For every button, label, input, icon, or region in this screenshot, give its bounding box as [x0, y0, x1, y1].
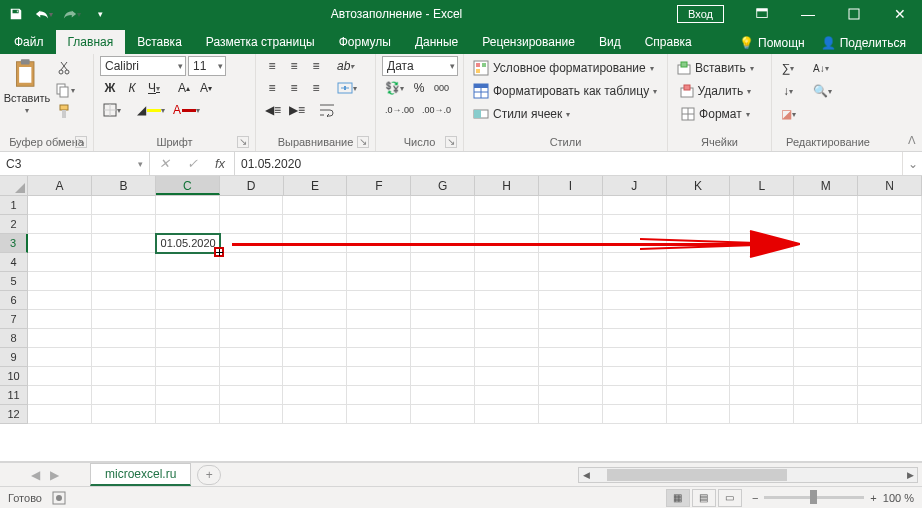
- horizontal-scrollbar[interactable]: ◀ ▶: [578, 467, 918, 483]
- cell-G8[interactable]: [411, 329, 475, 348]
- cell-A6[interactable]: [28, 291, 92, 310]
- cell-H6[interactable]: [475, 291, 539, 310]
- cell-D6[interactable]: [220, 291, 284, 310]
- col-header-B[interactable]: B: [92, 176, 156, 195]
- cell-I11[interactable]: [539, 386, 603, 405]
- cell-M12[interactable]: [794, 405, 858, 424]
- increase-indent-button[interactable]: ▶≡: [286, 100, 308, 120]
- delete-cells-button[interactable]: Удалить: [674, 81, 757, 101]
- bold-button[interactable]: Ж: [100, 78, 120, 98]
- col-header-D[interactable]: D: [220, 176, 284, 195]
- decrease-decimal-button[interactable]: .00→.0: [419, 100, 454, 120]
- align-left-button[interactable]: ≡: [262, 78, 282, 98]
- cell-H1[interactable]: [475, 196, 539, 215]
- cell-C2[interactable]: [156, 215, 220, 234]
- row-header-9[interactable]: 9: [0, 348, 28, 367]
- redo-button[interactable]: [60, 2, 84, 26]
- cell-N7[interactable]: [858, 310, 922, 329]
- save-icon[interactable]: [4, 2, 28, 26]
- cell-D1[interactable]: [220, 196, 284, 215]
- cell-I12[interactable]: [539, 405, 603, 424]
- enter-formula-button[interactable]: ✓: [178, 156, 206, 171]
- cut-button[interactable]: [52, 58, 78, 78]
- cell-F5[interactable]: [347, 272, 411, 291]
- login-button[interactable]: Вход: [677, 5, 724, 23]
- cell-M2[interactable]: [794, 215, 858, 234]
- cell-G12[interactable]: [411, 405, 475, 424]
- row-header-3[interactable]: 3: [0, 234, 28, 253]
- cell-B6[interactable]: [92, 291, 156, 310]
- cell-I2[interactable]: [539, 215, 603, 234]
- cell-G4[interactable]: [411, 253, 475, 272]
- underline-button[interactable]: Ч: [144, 78, 164, 98]
- cell-A5[interactable]: [28, 272, 92, 291]
- cell-E8[interactable]: [283, 329, 347, 348]
- collapse-ribbon-button[interactable]: ᐱ: [908, 134, 916, 147]
- copy-button[interactable]: [52, 80, 78, 100]
- cell-J9[interactable]: [603, 348, 667, 367]
- cell-A12[interactable]: [28, 405, 92, 424]
- format-as-table-button[interactable]: Форматировать как таблицу: [470, 81, 660, 101]
- cell-B5[interactable]: [92, 272, 156, 291]
- clipboard-launcher[interactable]: ↘: [75, 136, 87, 148]
- currency-button[interactable]: 💱: [382, 78, 407, 98]
- cell-J7[interactable]: [603, 310, 667, 329]
- cell-G5[interactable]: [411, 272, 475, 291]
- tab-data[interactable]: Данные: [403, 30, 470, 54]
- autosum-button[interactable]: ∑: [778, 58, 798, 78]
- merge-button[interactable]: [334, 78, 360, 98]
- align-center-button[interactable]: ≡: [284, 78, 304, 98]
- cell-E10[interactable]: [283, 367, 347, 386]
- formula-bar[interactable]: 01.05.2020: [235, 152, 902, 175]
- share-button[interactable]: 👤Поделиться: [815, 32, 912, 54]
- cell-I7[interactable]: [539, 310, 603, 329]
- number-launcher[interactable]: ↘: [445, 136, 457, 148]
- cell-H7[interactable]: [475, 310, 539, 329]
- select-all-button[interactable]: [0, 176, 28, 195]
- cell-H8[interactable]: [475, 329, 539, 348]
- cell-F1[interactable]: [347, 196, 411, 215]
- conditional-format-button[interactable]: Условное форматирование: [470, 58, 660, 78]
- minimize-button[interactable]: —: [786, 0, 830, 28]
- format-cells-button[interactable]: Формат: [674, 104, 757, 124]
- align-launcher[interactable]: ↘: [357, 136, 369, 148]
- page-layout-view-button[interactable]: ▤: [692, 489, 716, 507]
- cell-B7[interactable]: [92, 310, 156, 329]
- cell-A8[interactable]: [28, 329, 92, 348]
- cell-K10[interactable]: [667, 367, 731, 386]
- qat-customize-icon[interactable]: ▾: [88, 2, 112, 26]
- cell-H5[interactable]: [475, 272, 539, 291]
- cell-B8[interactable]: [92, 329, 156, 348]
- cell-I4[interactable]: [539, 253, 603, 272]
- cell-B12[interactable]: [92, 405, 156, 424]
- normal-view-button[interactable]: ▦: [666, 489, 690, 507]
- cell-C10[interactable]: [156, 367, 220, 386]
- cell-I6[interactable]: [539, 291, 603, 310]
- sheet-nav-prev[interactable]: ◀: [31, 468, 40, 482]
- cell-C11[interactable]: [156, 386, 220, 405]
- maximize-button[interactable]: [832, 0, 876, 28]
- cell-D11[interactable]: [220, 386, 284, 405]
- cell-N11[interactable]: [858, 386, 922, 405]
- cell-L11[interactable]: [730, 386, 794, 405]
- font-name-combo[interactable]: Calibri: [100, 56, 186, 76]
- cell-A1[interactable]: [28, 196, 92, 215]
- row-header-5[interactable]: 5: [0, 272, 28, 291]
- cell-K11[interactable]: [667, 386, 731, 405]
- zoom-level[interactable]: 100 %: [883, 492, 914, 504]
- cell-M9[interactable]: [794, 348, 858, 367]
- cell-M5[interactable]: [794, 272, 858, 291]
- row-header-2[interactable]: 2: [0, 215, 28, 234]
- cell-A9[interactable]: [28, 348, 92, 367]
- cell-A2[interactable]: [28, 215, 92, 234]
- cell-D10[interactable]: [220, 367, 284, 386]
- cell-E1[interactable]: [283, 196, 347, 215]
- cell-A11[interactable]: [28, 386, 92, 405]
- cell-E5[interactable]: [283, 272, 347, 291]
- row-header-6[interactable]: 6: [0, 291, 28, 310]
- cell-B2[interactable]: [92, 215, 156, 234]
- cancel-formula-button[interactable]: ✕: [150, 156, 178, 171]
- cell-L10[interactable]: [730, 367, 794, 386]
- cell-C4[interactable]: [156, 253, 220, 272]
- undo-button[interactable]: [32, 2, 56, 26]
